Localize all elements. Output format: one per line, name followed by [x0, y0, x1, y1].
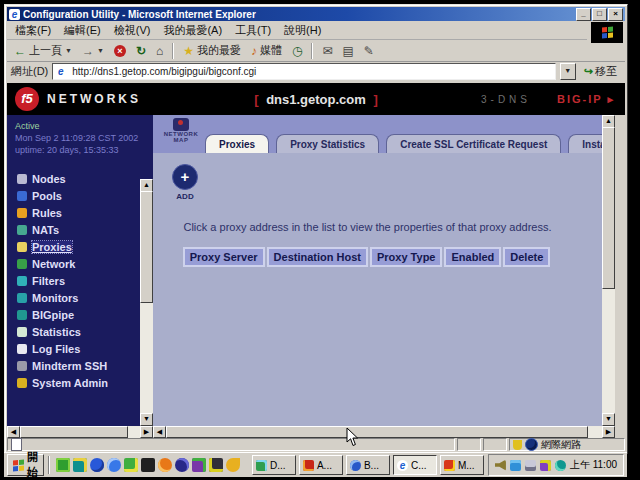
scroll-right-icon[interactable]: ▶: [140, 426, 153, 438]
main-horizontal-scrollbar[interactable]: ◀ ▶: [153, 426, 615, 438]
sidebar-item-pools[interactable]: Pools: [17, 187, 153, 204]
quick-launch-icon-9[interactable]: [192, 458, 206, 472]
window-title: Configuration Utility - Microsoft Intern…: [23, 9, 576, 20]
tab-install-ssl-certificate[interactable]: Install SSL Certif: [568, 134, 602, 153]
add-proxy-button[interactable]: +: [172, 164, 198, 190]
scrollbar-thumb[interactable]: [602, 127, 615, 289]
start-button[interactable]: 開始: [7, 454, 44, 476]
quick-launch-icon-4[interactable]: [107, 458, 121, 472]
media-button[interactable]: ♪ 媒體: [248, 42, 285, 59]
scroll-right-icon[interactable]: ▶: [602, 426, 615, 438]
quick-launch-icon-7[interactable]: [158, 458, 172, 472]
menu-view[interactable]: 檢視(V): [114, 23, 151, 38]
sidebar-item-nats[interactable]: NATs: [17, 221, 153, 238]
mail-button[interactable]: ✉: [319, 43, 335, 59]
close-button[interactable]: ×: [608, 8, 623, 21]
sidebar-item-network[interactable]: Network: [17, 255, 153, 272]
clock[interactable]: 上午 11:00: [570, 458, 617, 472]
add-label: ADD: [171, 192, 199, 201]
hostname: dns1.getop.com: [266, 92, 366, 107]
task-button-2[interactable]: A...: [299, 455, 343, 475]
ime-icon[interactable]: [540, 460, 551, 471]
scroll-down-icon[interactable]: ▼: [140, 413, 153, 426]
column-destination-host[interactable]: Destination Host: [267, 247, 368, 267]
column-proxy-type[interactable]: Proxy Type: [370, 247, 443, 267]
print-button[interactable]: ▤: [340, 43, 357, 59]
home-button[interactable]: ⌂: [153, 43, 166, 59]
globe-icon: [525, 438, 538, 451]
sidebar-horizontal-scrollbar[interactable]: ◀ ▶: [7, 426, 153, 438]
sidebar-item-mindterm-ssh[interactable]: Mindterm SSH: [17, 357, 153, 374]
tab-create-ssl-certificate-request[interactable]: Create SSL Certificate Request: [386, 134, 561, 153]
quick-launch-bar: [54, 458, 242, 472]
sidebar-item-filters[interactable]: Filters: [17, 272, 153, 289]
column-delete[interactable]: Delete: [503, 247, 550, 267]
sidebar-item-bigpipe[interactable]: BIGpipe: [17, 306, 153, 323]
mindterm-ssh-icon: [17, 361, 27, 371]
sidebar-vertical-scrollbar[interactable]: ▲ ▼: [140, 179, 153, 426]
history-button[interactable]: ◷: [289, 43, 305, 59]
main-vertical-scrollbar[interactable]: ▲ ▼: [602, 115, 615, 426]
favorites-button[interactable]: ★ 我的最愛: [180, 42, 244, 59]
quick-launch-icon-11[interactable]: [226, 458, 240, 472]
quick-launch-icon-6[interactable]: [141, 458, 155, 472]
task-button-5[interactable]: M...: [440, 455, 484, 475]
task-button-1[interactable]: D...: [252, 455, 296, 475]
tab-proxy-statistics[interactable]: Proxy Statistics: [276, 134, 379, 153]
taskbar: 開始 D... A... B... eC... M...: [4, 452, 627, 477]
back-button[interactable]: ← 上一頁 ▼: [11, 42, 75, 59]
menu-help[interactable]: 說明(H): [284, 23, 321, 38]
scrollbar-thumb[interactable]: [166, 426, 588, 438]
sidebar-item-monitors[interactable]: Monitors: [17, 289, 153, 306]
speaker-icon[interactable]: [495, 460, 506, 471]
network-map-widget[interactable]: NETWORK MAP: [161, 118, 201, 143]
address-dropdown-button[interactable]: ▼: [560, 63, 576, 80]
sidebar-item-log-files[interactable]: Log Files: [17, 340, 153, 357]
frame-border: [615, 115, 625, 438]
refresh-button[interactable]: ↻: [133, 43, 149, 59]
quick-launch-icon-5[interactable]: [124, 458, 138, 472]
menu-file[interactable]: 檔案(F): [15, 23, 51, 38]
scrollbar-thumb[interactable]: [140, 191, 153, 303]
quick-launch-icon-1[interactable]: [56, 458, 70, 472]
quick-launch-icon-2[interactable]: [73, 458, 87, 472]
sidebar-item-system-admin[interactable]: System Admin: [17, 374, 153, 391]
sidebar-item-nodes[interactable]: Nodes: [17, 170, 153, 187]
go-button[interactable]: ↪ 移至: [580, 64, 621, 79]
menu-edit[interactable]: 編輯(E): [64, 23, 101, 38]
forward-button[interactable]: → ▼: [79, 43, 107, 59]
column-enabled[interactable]: Enabled: [444, 247, 501, 267]
app-icon: [256, 460, 267, 471]
task-button-3[interactable]: B...: [346, 455, 390, 475]
quick-launch-icon-3[interactable]: [90, 458, 104, 472]
back-dropdown-icon[interactable]: ▼: [65, 47, 72, 54]
task-button-4[interactable]: eC...: [393, 455, 437, 475]
address-input[interactable]: e http://dns1.getop.com/bigipgui/bigconf…: [52, 63, 556, 80]
sidebar-item-rules[interactable]: Rules: [17, 204, 153, 221]
sidebar-item-statistics[interactable]: Statistics: [17, 323, 153, 340]
column-proxy-server[interactable]: Proxy Server: [183, 247, 265, 267]
display-icon[interactable]: [525, 460, 536, 471]
sidebar-item-proxies[interactable]: Proxies: [17, 238, 153, 255]
messenger-icon[interactable]: [510, 460, 521, 471]
scroll-left-icon[interactable]: ◀: [153, 426, 166, 438]
scroll-down-icon[interactable]: ▼: [602, 413, 615, 426]
mail-icon: ✉: [322, 44, 332, 58]
minimize-button[interactable]: _: [576, 8, 591, 21]
quick-launch-icon-10[interactable]: [209, 458, 223, 472]
edit-button[interactable]: ✎: [361, 43, 377, 59]
menu-tools[interactable]: 工具(T): [235, 23, 271, 38]
quick-launch-icon-8[interactable]: [175, 458, 189, 472]
favorites-icon: ★: [183, 44, 194, 58]
tab-proxies[interactable]: Proxies: [205, 134, 269, 153]
network-tray-icon[interactable]: [555, 460, 566, 471]
taskbar-separator: [48, 456, 50, 474]
network-map-label: NETWORK MAP: [161, 131, 201, 143]
restore-button[interactable]: □: [592, 8, 607, 21]
title-bar[interactable]: e Configuration Utility - Microsoft Inte…: [7, 7, 625, 21]
scrollbar-thumb[interactable]: [20, 426, 128, 438]
menu-favorites[interactable]: 我的最愛(A): [163, 23, 222, 38]
stop-button[interactable]: ×: [111, 44, 129, 58]
forward-dropdown-icon[interactable]: ▼: [97, 47, 104, 54]
scroll-left-icon[interactable]: ◀: [7, 426, 20, 438]
